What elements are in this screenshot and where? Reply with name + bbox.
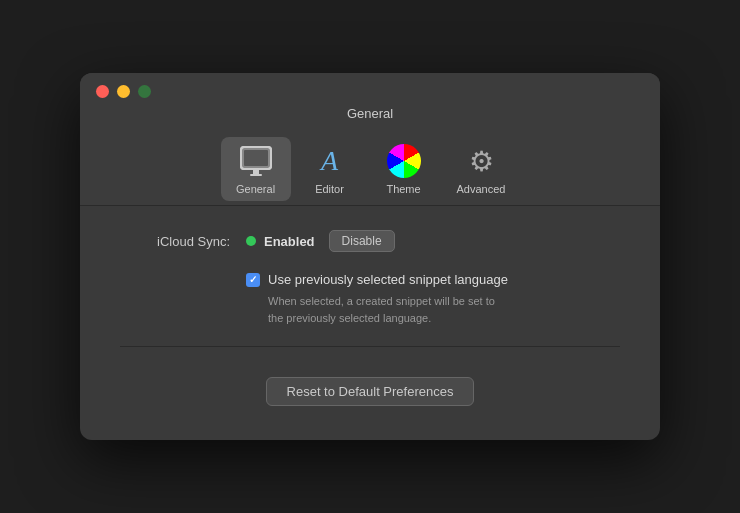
icloud-sync-row: iCloud Sync: Enabled Disable — [120, 230, 620, 252]
status-dot-enabled — [246, 236, 256, 246]
traffic-lights — [96, 85, 151, 98]
preferences-window: General General — [80, 73, 660, 440]
tab-general[interactable]: General — [221, 137, 291, 201]
svg-rect-2 — [244, 150, 268, 166]
description-line1: When selected, a created snippet will be… — [268, 295, 495, 307]
editor-icon: A — [321, 147, 338, 175]
theme-icon-wrapper — [386, 143, 422, 179]
description-line2: the previously selected language. — [268, 312, 431, 324]
close-button[interactable] — [96, 85, 109, 98]
tab-advanced[interactable]: ⚙ Advanced — [443, 137, 520, 201]
general-icon — [240, 146, 272, 176]
theme-icon — [387, 144, 421, 178]
reset-button[interactable]: Reset to Default Preferences — [266, 377, 475, 406]
tab-general-label: General — [236, 183, 275, 195]
checkbox-section: Use previously selected snippet language… — [246, 272, 620, 326]
general-icon-wrapper — [238, 143, 274, 179]
advanced-icon-wrapper: ⚙ — [463, 143, 499, 179]
snippet-language-description: When selected, a created snippet will be… — [268, 293, 620, 326]
icloud-label: iCloud Sync: — [120, 234, 230, 249]
svg-rect-3 — [253, 169, 259, 174]
content-area: iCloud Sync: Enabled Disable Use previou… — [80, 206, 660, 440]
reset-section: Reset to Default Preferences — [120, 367, 620, 416]
disable-button[interactable]: Disable — [329, 230, 395, 252]
tab-advanced-label: Advanced — [457, 183, 506, 195]
svg-rect-4 — [250, 174, 262, 176]
editor-icon-wrapper: A — [312, 143, 348, 179]
icloud-status: Enabled — [264, 234, 315, 249]
maximize-button[interactable] — [138, 85, 151, 98]
toolbar: General A Editor Theme ⚙ — [221, 133, 520, 205]
snippet-language-checkbox[interactable] — [246, 273, 260, 287]
tab-editor-label: Editor — [315, 183, 344, 195]
titlebar: General General — [80, 73, 660, 206]
minimize-button[interactable] — [117, 85, 130, 98]
divider — [120, 346, 620, 347]
tab-theme[interactable]: Theme — [369, 137, 439, 201]
tab-theme-label: Theme — [386, 183, 420, 195]
snippet-language-row: Use previously selected snippet language — [246, 272, 620, 287]
snippet-language-label: Use previously selected snippet language — [268, 272, 508, 287]
window-title: General — [347, 106, 393, 121]
tab-editor[interactable]: A Editor — [295, 137, 365, 201]
gear-icon: ⚙ — [469, 145, 494, 178]
